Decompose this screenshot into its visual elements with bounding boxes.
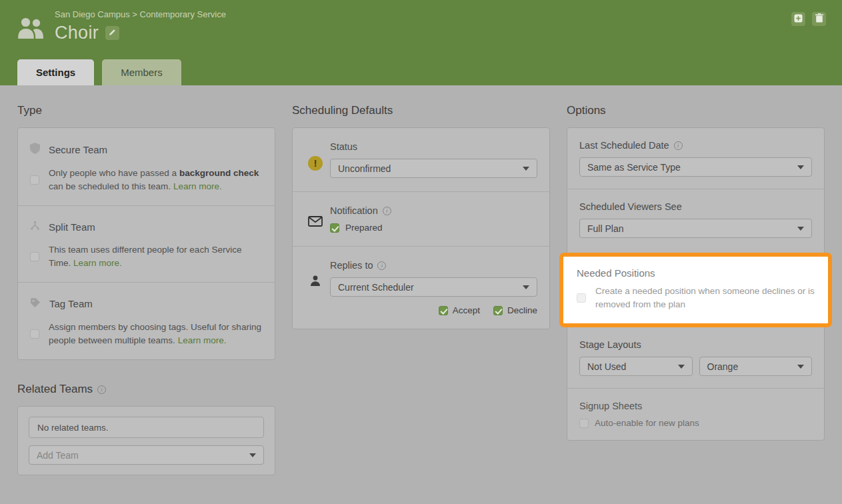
auto-enable-checkbox[interactable]: [579, 419, 589, 428]
split-team-section: Split Team This team uses different peop…: [18, 205, 275, 282]
scheduling-column: Scheduling Defaults Status Unconfirmed: [292, 85, 550, 475]
last-scheduled-date-info-icon[interactable]: [674, 141, 683, 150]
chevron-down-icon: [797, 365, 804, 369]
split-icon: [30, 221, 40, 233]
status-section: Status Unconfirmed: [293, 128, 549, 191]
last-scheduled-date-select[interactable]: Same as Service Type: [579, 157, 812, 177]
chevron-down-icon: [249, 453, 256, 457]
page-header: San Diego Campus > Contemporary Service …: [0, 0, 842, 85]
auto-enable-label: Auto-enable for new plans: [595, 418, 699, 428]
status-label: Status: [330, 141, 357, 152]
prepared-label: Prepared: [345, 223, 383, 233]
chevron-down-icon: [523, 167, 529, 171]
stage-layout-color-select[interactable]: Orange: [699, 357, 813, 376]
split-team-description: This team uses different people for each…: [49, 243, 263, 270]
secure-team-title: Secure Team: [49, 144, 107, 155]
add-team-select[interactable]: Add Team: [29, 445, 264, 465]
decline-label: Decline: [507, 305, 537, 315]
signup-sheets-section: Signup Sheets Auto-enable for new plans: [567, 388, 824, 440]
scheduling-heading: Scheduling Defaults: [292, 104, 550, 117]
tag-icon: [30, 297, 41, 310]
duplicate-team-button[interactable]: [791, 12, 805, 26]
type-card: Secure Team Only people who have passed …: [17, 127, 275, 360]
add-box-icon: [794, 14, 803, 25]
pencil-icon: [109, 28, 116, 38]
scheduled-viewers-select[interactable]: Full Plan: [579, 219, 812, 238]
prepared-checkbox[interactable]: [330, 223, 339, 233]
accept-label: Accept: [453, 305, 480, 315]
needed-positions-highlight: Needed Positions Create a needed positio…: [559, 253, 832, 327]
chevron-down-icon: [797, 165, 804, 169]
scheduled-viewers-section: Scheduled Viewers See Full Plan: [567, 189, 824, 253]
tab-settings[interactable]: Settings: [17, 59, 94, 85]
replies-section: Replies to Current Scheduler Accept: [293, 246, 549, 329]
last-scheduled-date-section: Last Scheduled Date Same as Service Type: [567, 128, 824, 189]
options-column: Options Last Scheduled Date Same as Serv…: [567, 85, 825, 475]
related-teams-info-icon[interactable]: [97, 385, 106, 394]
decline-checkbox[interactable]: [493, 306, 503, 315]
options-card: Last Scheduled Date Same as Service Type…: [567, 127, 825, 441]
replies-to-select[interactable]: Current Scheduler: [330, 277, 537, 297]
edit-title-button[interactable]: [105, 26, 119, 40]
secure-team-section: Secure Team Only people who have passed …: [18, 128, 275, 205]
needed-positions-description: Create a needed position when someone de…: [595, 285, 815, 311]
settings-content: Type Secure Team Only people who have pa…: [0, 85, 842, 475]
no-related-teams-box: No related teams.: [29, 417, 264, 438]
secure-team-description: Only people who have passed a background…: [49, 167, 263, 193]
related-teams-card: No related teams. Add Team: [17, 406, 275, 475]
secure-team-learn-more-link[interactable]: Learn more.: [173, 181, 222, 191]
split-team-learn-more-link[interactable]: Learn more.: [73, 258, 122, 268]
shield-icon: [30, 143, 40, 156]
split-team-title: Split Team: [49, 221, 95, 233]
tag-team-checkbox[interactable]: [30, 329, 39, 339]
stage-layouts-label: Stage Layouts: [579, 339, 641, 350]
chevron-down-icon: [797, 227, 804, 231]
options-heading: Options: [567, 104, 825, 117]
type-heading: Type: [17, 104, 275, 117]
notification-info-icon[interactable]: [383, 207, 391, 215]
notification-section: Notification Prepared: [293, 191, 549, 246]
notification-label: Notification: [330, 205, 378, 216]
envelope-icon: [308, 216, 323, 233]
tab-members[interactable]: Members: [102, 59, 181, 85]
last-scheduled-date-label: Last Scheduled Date: [579, 140, 669, 151]
needed-positions-label: Needed Positions: [577, 267, 815, 279]
replies-to-info-icon[interactable]: [377, 261, 386, 270]
related-teams-heading: Related Teams: [17, 383, 275, 396]
team-people-icon: [17, 17, 45, 41]
scheduled-viewers-label: Scheduled Viewers See: [579, 201, 682, 212]
chevron-down-icon: [523, 285, 529, 289]
page-title: Choir: [55, 23, 99, 43]
breadcrumb[interactable]: San Diego Campus > Contemporary Service: [55, 9, 226, 19]
tag-team-section: Tag Team Assign members by choosing tags…: [18, 282, 275, 359]
scheduling-card: Status Unconfirmed: [292, 127, 550, 329]
needed-positions-checkbox[interactable]: [577, 293, 586, 303]
delete-team-button[interactable]: [812, 12, 826, 26]
type-column: Type Secure Team Only people who have pa…: [17, 85, 275, 475]
replies-to-label: Replies to: [330, 260, 373, 271]
stage-layout-select[interactable]: Not Used: [579, 357, 693, 376]
person-icon: [309, 275, 321, 315]
secure-team-checkbox[interactable]: [30, 175, 39, 185]
tag-team-title: Tag Team: [49, 298, 93, 309]
tag-team-description: Assign members by choosing tags. Useful …: [49, 321, 263, 347]
tab-bar: Settings Members: [17, 59, 181, 85]
accept-checkbox[interactable]: [439, 306, 448, 315]
trash-icon: [815, 13, 823, 25]
signup-sheets-label: Signup Sheets: [579, 401, 642, 411]
status-alert-icon: [308, 156, 323, 171]
stage-layouts-section: Stage Layouts Not Used Orange: [567, 327, 824, 388]
tag-team-learn-more-link[interactable]: Learn more.: [178, 335, 227, 345]
split-team-checkbox[interactable]: [30, 252, 39, 261]
status-select[interactable]: Unconfirmed: [330, 159, 537, 178]
chevron-down-icon: [678, 365, 685, 369]
